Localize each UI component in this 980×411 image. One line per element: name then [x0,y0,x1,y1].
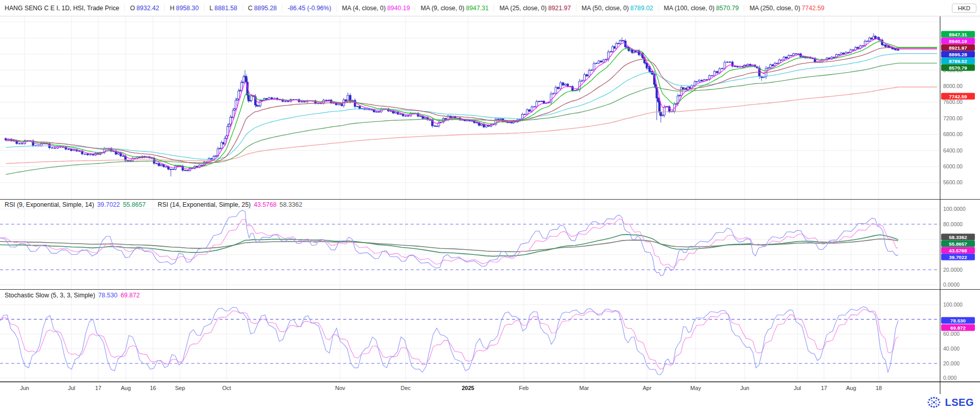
currency-selector-button[interactable]: HKD [952,4,976,13]
svg-text:6800.00: 6800.00 [943,131,963,137]
ma-legend-item-25[interactable]: MA (25, close, 0) 8921.97 [494,5,571,12]
svg-text:8895.28: 8895.28 [949,52,967,57]
svg-text:8921.97: 8921.97 [949,45,967,51]
stochastic-pane-legend[interactable]: Stochastic Slow (5, 3, 3, Simple)78.5306… [5,292,143,299]
svg-text:80.0000: 80.0000 [943,221,963,227]
svg-text:100.0000: 100.0000 [943,206,966,212]
svg-text:2025: 2025 [462,385,474,391]
price-badge: 8940.19 [941,38,975,45]
svg-text:55.8657: 55.8657 [949,241,967,247]
svg-text:8000.00: 8000.00 [943,83,963,89]
svg-text:Dec: Dec [400,385,411,391]
svg-text:40.000: 40.000 [943,345,960,352]
svg-text:17: 17 [95,385,101,391]
svg-text:17: 17 [821,385,827,391]
svg-text:Nov: Nov [335,385,345,391]
svg-text:Feb: Feb [519,385,529,391]
svg-text:Jun: Jun [20,385,29,391]
svg-text:Mar: Mar [580,385,589,391]
svg-text:0.000: 0.000 [943,375,956,381]
svg-text:7742.59: 7742.59 [949,94,967,99]
price-axis[interactable]: 8400.008000.007600.007200.006800.006400.… [943,67,966,381]
ohlc-low: L 8881.58 [204,5,237,12]
svg-text:8789.02: 8789.02 [949,58,967,64]
price-badge: 8921.97 [941,45,975,51]
svg-text:Jul: Jul [794,385,801,391]
svg-text:100.000: 100.000 [943,301,963,308]
price-badge: 8570.79 [941,64,975,71]
price-badge: 43.5768 [941,247,975,254]
net-change: -86.45 (-0.96%) [282,5,331,12]
svg-text:0.0000: 0.0000 [943,282,960,288]
lseg-logo: LSEG [945,397,974,408]
svg-text:20.0000: 20.0000 [943,267,963,273]
svg-text:16: 16 [150,385,156,391]
time-axis[interactable]: JunJul17Aug16SepOctNovDec2025FebMarAprMa… [20,385,882,391]
svg-text:May: May [691,385,701,391]
price-badge: 55.8657 [941,241,975,247]
svg-text:8940.19: 8940.19 [949,38,967,44]
svg-text:Aug: Aug [846,385,856,391]
svg-text:Sep: Sep [175,385,185,391]
ma-legend-item-250[interactable]: MA (250, close, 0) 7742.59 [744,5,825,12]
stochastic-pane[interactable] [0,307,898,375]
chart-footer: LSEG [0,394,980,411]
ma-legend-item-100[interactable]: MA (100, close, 0) 8570.79 [658,5,739,12]
svg-text:78.530: 78.530 [950,318,966,323]
svg-text:Jul: Jul [68,385,75,391]
price-badge: 8947.31 [941,31,975,38]
svg-text:58.3362: 58.3362 [949,234,967,240]
svg-text:39.7022: 39.7022 [949,254,967,260]
price-badge: 78.530 [941,317,975,324]
rsi-pane[interactable] [0,210,898,276]
price-badge: 39.7022 [941,254,975,261]
ma-legend-item-50[interactable]: MA (50, close, 0) 8789.02 [576,5,653,12]
ohlc-high: H 8958.30 [164,5,198,12]
svg-text:20.000: 20.000 [943,360,960,366]
ohlc-close: C 8895.28 [242,5,277,12]
svg-text:6400.00: 6400.00 [943,147,963,154]
ma-legend-item-4[interactable]: MA (4, close, 0) 8940.19 [337,5,410,12]
price-badge: 69.872 [941,325,975,331]
chart-header: HANG SENG C E I, 1D, HSI, Trade Price O … [0,0,980,16]
svg-text:7600.00: 7600.00 [943,99,963,105]
svg-text:60.000: 60.000 [943,331,960,337]
ohlc-open: O 8932.42 [124,5,159,12]
svg-text:5600.00: 5600.00 [943,179,963,185]
lseg-crest-icon [926,396,942,409]
svg-text:7200.00: 7200.00 [943,115,963,121]
svg-text:Apr: Apr [642,385,651,391]
svg-text:18: 18 [876,385,882,391]
svg-text:69.872: 69.872 [950,325,966,331]
instrument-title: HANG SENG C E I, 1D, HSI, Trade Price [5,5,119,12]
ma-legend-item-9[interactable]: MA (9, close, 0) 8947.31 [415,5,488,12]
price-badge: 7742.59 [941,93,975,100]
gridlines [0,16,940,382]
price-badge: 8789.02 [941,58,975,64]
svg-text:43.5768: 43.5768 [949,248,967,253]
svg-text:6000.00: 6000.00 [943,163,963,169]
svg-text:Oct: Oct [222,385,231,391]
svg-text:8947.31: 8947.31 [949,32,967,37]
svg-text:8570.79: 8570.79 [949,65,967,71]
price-badge: 8895.28 [941,51,975,58]
price-badge: 58.3362 [941,234,975,241]
svg-text:Jun: Jun [740,385,749,391]
svg-text:Aug: Aug [121,385,131,391]
rsi-pane-legend[interactable]: RSI (9, Exponential, Simple, 14)39.70225… [5,201,305,208]
